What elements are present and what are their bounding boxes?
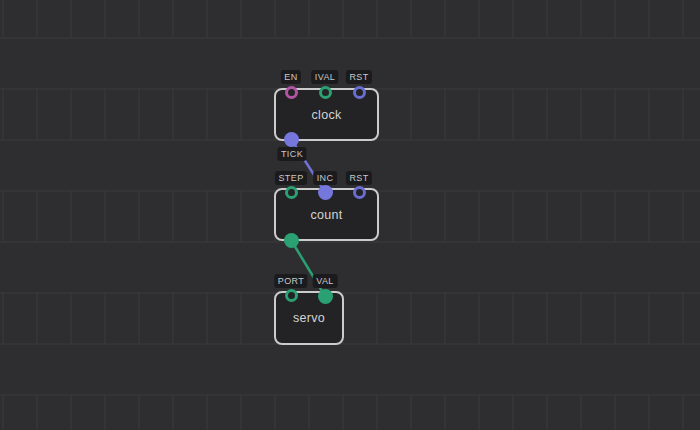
port-count-out[interactable] [284,233,299,248]
port-label-clock-ival: IVAL [311,70,338,84]
port-label-clock-tick: TICK [277,147,306,161]
node-count-title: count [310,208,342,222]
port-label-clock-en: EN [281,70,301,84]
port-label-servo-val: VAL [313,274,338,288]
port-label-count-rst: RST [346,171,372,185]
port-count-inc[interactable] [318,185,333,200]
port-clock-en[interactable] [285,86,298,99]
port-label-servo-port: PORT [274,274,307,288]
node-servo[interactable]: servo [274,291,344,345]
port-clock-rst[interactable] [353,86,366,99]
port-servo-port[interactable] [285,289,298,302]
port-clock-tick[interactable] [284,132,299,147]
port-clock-ival[interactable] [319,86,332,99]
port-label-count-inc: INC [313,171,337,185]
port-label-count-step: STEP [275,171,307,185]
node-servo-title: servo [293,311,325,325]
port-count-step[interactable] [285,186,298,199]
port-label-clock-rst: RST [346,70,372,84]
node-editor-canvas[interactable]: clock EN IVAL RST TICK count STEP INC RS… [0,0,700,430]
node-clock-title: clock [312,108,342,122]
port-servo-val[interactable] [318,289,333,304]
port-count-rst[interactable] [353,186,366,199]
